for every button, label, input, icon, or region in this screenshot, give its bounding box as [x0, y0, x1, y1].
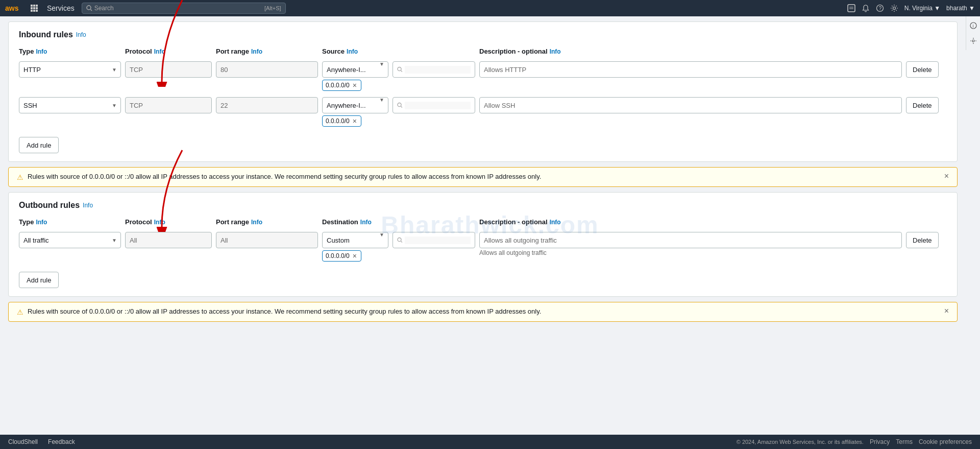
- col-outbound-type-info[interactable]: Info: [36, 219, 47, 226]
- outbound-section-header: Outbound rules Info: [19, 201, 947, 210]
- warning-icon: ⚠: [17, 173, 23, 181]
- dest-search-input-0[interactable]: [405, 237, 471, 244]
- inbound-warning-close[interactable]: ×: [942, 172, 951, 181]
- dest-search-0[interactable]: [393, 232, 475, 248]
- inbound-title: Inbound rules: [19, 30, 73, 39]
- col-portrange-label: Port range Info: [216, 48, 318, 55]
- inbound-type-select-0[interactable]: HTTP ▼: [19, 61, 121, 78]
- dest-type-wrap-0[interactable]: Custom ▼: [322, 232, 388, 248]
- svg-rect-4: [31, 7, 33, 9]
- col-outbound-protocol-label: Protocol Info: [125, 218, 212, 226]
- svg-line-27: [401, 241, 402, 242]
- svg-rect-5: [33, 7, 35, 9]
- source-search-0[interactable]: [393, 61, 475, 78]
- right-sidebar: i: [966, 16, 980, 50]
- outbound-columns-header: Type Info Protocol Info Port range Info …: [19, 218, 947, 228]
- source-type-wrap-0[interactable]: Anywhere-I... ▼: [322, 61, 388, 78]
- grid-menu-button[interactable]: [29, 4, 40, 13]
- outbound-desc-alltraffic[interactable]: [479, 232, 902, 248]
- svg-rect-12: [848, 5, 855, 12]
- inbound-desc-ssh[interactable]: [479, 97, 902, 113]
- top-navigation: aws Services [Alt+S]: [0, 0, 980, 16]
- inbound-delete-http[interactable]: Delete: [906, 61, 939, 78]
- source-search-1[interactable]: [393, 97, 475, 113]
- inbound-delete-ssh[interactable]: Delete: [906, 97, 939, 113]
- svg-rect-6: [36, 7, 38, 9]
- inbound-columns-header: Type Info Protocol Info Port range Info …: [19, 48, 947, 57]
- col-outbound-portrange-label: Port range Info: [216, 218, 318, 226]
- inbound-rule-ssh: SSH ▼ Anywhere-I... ▼: [19, 97, 947, 127]
- outbound-info-link[interactable]: Info: [83, 202, 93, 209]
- svg-point-17: [893, 7, 895, 10]
- aws-logo[interactable]: aws: [5, 3, 24, 14]
- outbound-type-select-0[interactable]: All traffic ▼: [19, 232, 121, 248]
- col-source-info[interactable]: Info: [347, 48, 358, 55]
- svg-line-22: [401, 70, 402, 72]
- inbound-source-http: Anywhere-I... ▼ 0.0.0.0/0: [322, 61, 475, 91]
- search-input[interactable]: [94, 5, 264, 12]
- cidr-tag-remove-1-0[interactable]: ×: [352, 117, 358, 125]
- services-nav[interactable]: Services: [44, 4, 78, 12]
- region-selector[interactable]: N. Virginia ▼: [904, 5, 940, 12]
- source-search-input-1[interactable]: [405, 102, 471, 109]
- col-outbound-protocol-info[interactable]: Info: [154, 219, 165, 226]
- outbound-add-rule-button[interactable]: Add rule: [19, 272, 59, 288]
- inbound-type-select-ssh[interactable]: SSH: [19, 97, 121, 113]
- svg-text:aws: aws: [5, 4, 19, 12]
- inbound-desc-http[interactable]: [479, 61, 902, 78]
- col-type-info[interactable]: Info: [36, 48, 47, 55]
- svg-rect-1: [31, 5, 33, 7]
- outbound-type-select-alltraffic[interactable]: All traffic: [19, 232, 121, 248]
- col-destination-label: Destination Info: [322, 218, 475, 226]
- col-desc-outbound-info[interactable]: Info: [550, 219, 561, 226]
- source-type-wrap-1[interactable]: Anywhere-I... ▼: [322, 97, 388, 113]
- svg-rect-2: [33, 5, 35, 7]
- cidr-tags-0: 0.0.0.0/0 ×: [322, 80, 475, 91]
- user-menu[interactable]: bharath ▼: [946, 5, 975, 12]
- outbound-dest-type-custom[interactable]: Custom: [322, 232, 388, 248]
- settings-icon[interactable]: [890, 4, 898, 12]
- col-outbound-portrange-info[interactable]: Info: [251, 219, 262, 226]
- col-destination-info[interactable]: Info: [360, 219, 372, 226]
- outbound-warning-banner: ⚠ Rules with source of 0.0.0.0/0 or ::/0…: [8, 302, 958, 322]
- col-type-label: Type Info: [19, 48, 121, 55]
- inbound-port-ssh: [216, 97, 318, 113]
- cidr-tags-outbound-0: 0.0.0.0/0 ×: [322, 250, 475, 262]
- cidr-tag-outbound-remove-0-0[interactable]: ×: [352, 252, 358, 260]
- outbound-title: Outbound rules: [19, 201, 80, 210]
- col-desc-inbound-label: Description - optional Info: [479, 48, 902, 55]
- col-protocol-label: Protocol Info: [125, 48, 212, 55]
- search-icon: [397, 237, 403, 243]
- outbound-port-all: [216, 232, 318, 248]
- col-protocol-info[interactable]: Info: [154, 48, 165, 55]
- cidr-tag-outbound-0-0: 0.0.0.0/0 ×: [322, 250, 361, 262]
- support-icon[interactable]: [847, 4, 855, 12]
- cidr-tag-1-0: 0.0.0.0/0 ×: [322, 115, 361, 127]
- col-desc-inbound-info[interactable]: Info: [550, 48, 561, 55]
- sidebar-settings-icon[interactable]: [967, 35, 979, 47]
- svg-point-21: [398, 67, 401, 71]
- outbound-warning-close[interactable]: ×: [942, 306, 951, 316]
- page-content: Bharathwick.com Inbound rules Info Type …: [0, 21, 966, 322]
- source-search-input-0[interactable]: [405, 66, 471, 74]
- outbound-desc-hint: Allows all outgoing traffic: [479, 249, 902, 256]
- outbound-delete-alltraffic[interactable]: Delete: [906, 232, 939, 248]
- col-portrange-info[interactable]: Info: [251, 48, 262, 55]
- cidr-tag-remove-0-0[interactable]: ×: [352, 81, 358, 89]
- inbound-source-type-http[interactable]: Anywhere-I...: [322, 61, 388, 78]
- outbound-warning-text: Rules with source of 0.0.0.0/0 or ::/0 a…: [28, 308, 949, 315]
- inbound-info-link[interactable]: Info: [76, 31, 86, 38]
- search-icon: [397, 66, 403, 73]
- search-shortcut: [Alt+S]: [264, 5, 281, 11]
- bell-icon[interactable]: [862, 4, 870, 12]
- search-icon: [397, 102, 403, 108]
- svg-line-24: [401, 106, 402, 107]
- inbound-add-rule-button[interactable]: Add rule: [19, 137, 59, 153]
- search-bar[interactable]: [Alt+S]: [82, 3, 286, 14]
- svg-point-20: [972, 40, 974, 42]
- inbound-source-type-ssh[interactable]: Anywhere-I...: [322, 97, 388, 113]
- sidebar-info-icon[interactable]: i: [967, 19, 979, 32]
- inbound-type-select-http[interactable]: HTTP: [19, 61, 121, 78]
- inbound-type-select-1[interactable]: SSH ▼: [19, 97, 121, 113]
- help-icon[interactable]: ?: [876, 4, 884, 12]
